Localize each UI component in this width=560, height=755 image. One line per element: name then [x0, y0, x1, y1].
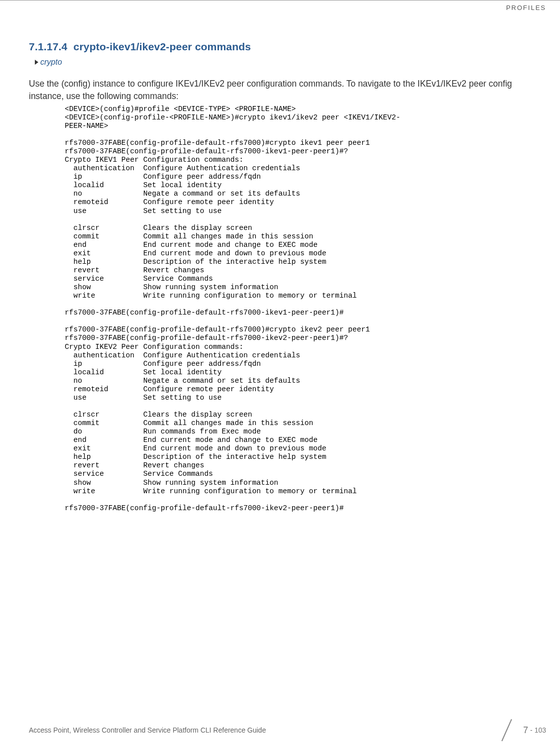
intro-paragraph: Use the (config) instance to configure I…	[29, 78, 546, 103]
footer-text: Access Point, Wireless Controller and Se…	[29, 726, 266, 734]
triangle-icon	[35, 60, 38, 65]
footer: Access Point, Wireless Controller and Se…	[29, 720, 546, 740]
page-number-major: 7	[523, 725, 528, 736]
section-number: 7.1.17.4	[29, 41, 68, 52]
header-divider	[0, 0, 560, 0]
subsection-link-label: crypto	[40, 58, 62, 67]
subsection-link[interactable]: crypto	[29, 58, 546, 67]
page-marker: 7 - 103	[497, 720, 546, 740]
main-content: 7.1.17.4 crypto-ikev1/ikev2-peer command…	[29, 41, 546, 513]
code-block: <DEVICE>(config)#profile <DEVICE-TYPE> <…	[65, 105, 546, 513]
slash-icon	[497, 720, 520, 740]
page-number-minor: - 103	[530, 726, 546, 734]
header-label: PROFILES	[506, 4, 546, 11]
section-title: crypto-ikev1/ikev2-peer commands	[74, 41, 251, 52]
section-heading: 7.1.17.4 crypto-ikev1/ikev2-peer command…	[29, 41, 546, 53]
